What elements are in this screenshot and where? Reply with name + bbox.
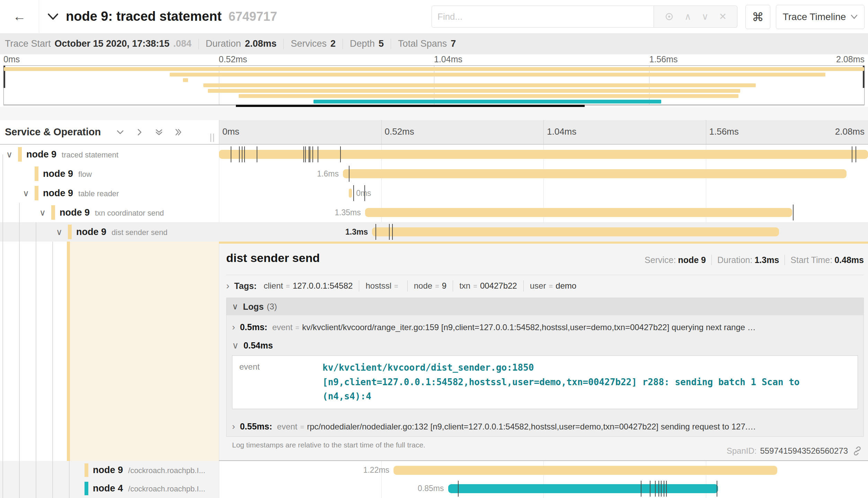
span-row-name[interactable]: ∨node 9txn coordinator send (0, 203, 219, 222)
span-duration-label: 1.6ms (317, 164, 339, 183)
log-field-row[interactable]: eventkv/kvclient/kvcoord/dist_sender.go:… (232, 356, 858, 409)
span-row[interactable]: node 9flow1.6ms (0, 164, 868, 183)
span-bar[interactable] (448, 484, 718, 493)
span-bar[interactable] (343, 169, 847, 178)
tag-item[interactable]: client=127.0.0.1:54582 (264, 281, 353, 291)
summary-item: Depth5 (350, 38, 384, 49)
tag-equals: = (394, 282, 398, 290)
tags-expand-chevron-icon[interactable]: › (226, 280, 229, 291)
span-operation-name: /cockroach.roachpb.I... (128, 485, 205, 493)
tag-item[interactable]: node=9 (414, 281, 446, 291)
span-row[interactable]: ∨node 9traced statement (0, 145, 868, 164)
prev-result-icon[interactable]: ∧ (684, 12, 691, 21)
span-rows-region: ∨node 9traced statementnode 9flow1.6ms∨n… (0, 145, 868, 242)
expand-all-icon[interactable] (174, 127, 183, 137)
span-row-name[interactable]: node 9/cockroach.roachpb.I... (0, 461, 219, 479)
span-bar[interactable] (393, 466, 777, 475)
clear-search-icon[interactable]: ✕ (719, 12, 727, 21)
tag-value: 00427b22 (480, 281, 517, 291)
row-expand-chevron-icon[interactable]: ∨ (38, 203, 47, 222)
summary-divider (343, 39, 343, 49)
keyboard-shortcuts-button[interactable]: ⌘ (745, 5, 770, 29)
span-operation-name: traced statement (62, 151, 118, 159)
log-entry[interactable]: ›0.55ms:event=rpc/nodedialer/nodedialer.… (227, 415, 863, 436)
view-selector-button[interactable]: Trace Timeline (776, 5, 865, 29)
collapse-one-icon[interactable] (115, 127, 125, 137)
span-row[interactable]: ∨node 9txn coordinator send1.35ms (0, 203, 868, 222)
log-entry-header[interactable]: ∨0.54ms (227, 337, 863, 353)
span-row[interactable]: ∨node 9dist sender send1.3ms (0, 222, 868, 242)
expanded-span-accent-bar (67, 242, 70, 461)
span-log-tick (364, 185, 365, 201)
timeline-tick-label: 1.04ms (547, 126, 576, 137)
row-expand-chevron-icon[interactable]: ∨ (21, 183, 30, 203)
trace-title-group: node 9: traced statement 6749717 (47, 0, 277, 33)
logs-header[interactable]: ∨ Logs (3) (227, 298, 863, 315)
detail-left-gutter (0, 242, 219, 461)
span-bar[interactable] (365, 208, 792, 217)
log-collapse-chevron-icon[interactable]: ∨ (232, 341, 239, 350)
span-row-name[interactable]: node 9flow (0, 164, 219, 183)
span-row-label: node 9txn coordinator send (60, 203, 164, 224)
chevron-down-icon (851, 15, 858, 19)
span-row[interactable]: node 9/cockroach.roachpb.I...1.22ms (0, 461, 868, 479)
span-log-tick (305, 146, 306, 162)
span-bar[interactable] (219, 150, 868, 159)
expanded-span-gutter (70, 242, 219, 461)
logs-label: Logs (243, 302, 264, 312)
span-row-name[interactable]: ∨node 9table reader (0, 183, 219, 203)
span-row[interactable]: node 4/cockroach.roachpb.I...0.85ms (0, 479, 868, 498)
summary-item: Duration2.08ms (206, 38, 277, 49)
span-bar[interactable] (349, 189, 352, 198)
collapse-all-icon[interactable] (154, 127, 164, 137)
tag-divider (359, 280, 359, 291)
span-log-tick (666, 481, 667, 497)
summary-value: 7 (451, 38, 456, 49)
log-entry[interactable]: ›0.5ms:event=kv/kvclient/kvcoord/range_i… (227, 315, 863, 337)
timeline-tick-label: 1.56ms (709, 126, 739, 137)
log-fields-table: eventkv/kvclient/kvcoord/dist_sender.go:… (232, 355, 858, 409)
row-expand-chevron-icon[interactable]: ∨ (5, 145, 14, 164)
tag-divider (523, 280, 524, 291)
log-expand-chevron-icon[interactable]: › (232, 422, 235, 431)
span-operation-name: table reader (78, 189, 119, 198)
span-row-name[interactable]: ∨node 9traced statement (0, 145, 219, 164)
span-row-bar-cell[interactable]: 0ms (219, 183, 868, 203)
detail-meta-divider (785, 255, 785, 265)
span-service-name: node 9 (76, 227, 106, 237)
tag-item[interactable]: user=demo (530, 281, 576, 291)
span-row-bar-cell[interactable]: 1.6ms (219, 164, 868, 183)
trace-collapse-chevron-icon[interactable] (47, 12, 59, 21)
span-row-name[interactable]: node 4/cockroach.roachpb.I... (0, 479, 219, 498)
minimap-canvas[interactable] (3, 65, 865, 105)
expand-one-icon[interactable] (135, 127, 144, 137)
span-color-chip (18, 147, 22, 162)
span-row-bar-cell[interactable]: 0.85ms (219, 479, 868, 498)
next-result-icon[interactable]: ∨ (702, 12, 709, 21)
locate-icon[interactable] (664, 12, 674, 21)
span-log-tick (793, 205, 794, 220)
span-row[interactable]: ∨node 9table reader0ms (0, 183, 868, 203)
deep-link-icon[interactable] (852, 446, 862, 456)
tag-equals: = (473, 282, 477, 290)
log-expand-chevron-icon[interactable]: › (232, 323, 235, 332)
span-log-tick (641, 481, 641, 497)
tag-item[interactable]: hostssl= (365, 281, 401, 291)
span-row-name[interactable]: ∨node 9dist sender send (0, 222, 219, 242)
back-button[interactable]: ← (0, 0, 39, 33)
column-resizer-handle[interactable] (210, 134, 214, 142)
span-row-bar-cell[interactable]: 1.3ms (219, 222, 868, 242)
span-log-tick (658, 481, 659, 497)
tag-item[interactable]: txn=00427b22 (459, 281, 517, 291)
detail-meta-item: Duration:1.3ms (717, 255, 779, 265)
timeline-section-header: Service & Operation 0ms0.52ms1.04ms1.56m… (0, 120, 868, 145)
span-service-name: node 4 (93, 483, 123, 494)
span-row-bar-cell[interactable]: 1.35ms (219, 203, 868, 222)
span-bar[interactable] (372, 227, 779, 236)
log-field-value-mono: kv/kvclient/kvcoord/dist_sender.go:1850 … (322, 356, 858, 409)
find-input[interactable] (432, 6, 654, 28)
span-row-bar-cell[interactable] (219, 145, 868, 164)
span-color-chip (85, 482, 88, 495)
row-expand-chevron-icon[interactable]: ∨ (55, 222, 64, 242)
span-row-bar-cell[interactable]: 1.22ms (219, 461, 868, 479)
